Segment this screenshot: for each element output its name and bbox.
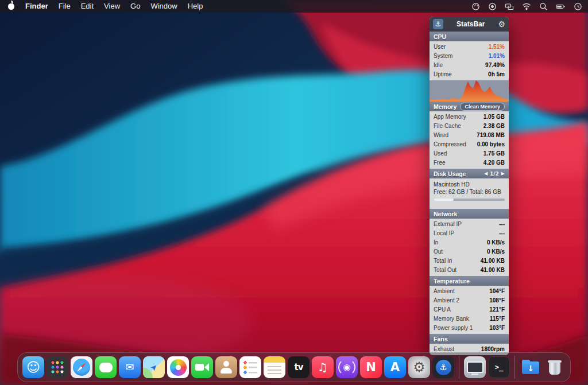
network-section-header: Network (430, 209, 509, 219)
battery-icon[interactable] (556, 2, 566, 11)
clock-menu-icon[interactable] (574, 2, 582, 11)
dock-messages-icon[interactable] (95, 356, 117, 378)
network-rows: External IP --- Local IP --- In 0 KB/s O… (430, 219, 509, 276)
dock-screen-sharing-icon[interactable] (464, 356, 486, 378)
dock-notes-icon[interactable] (264, 356, 285, 378)
wifi-icon[interactable] (522, 2, 531, 10)
dock-appstore-icon[interactable]: A (384, 356, 406, 378)
dock: ☺ ✉ ➤ tv ♫ ◉ N A ⚙ ⚓ >_ ↓ (17, 352, 571, 382)
cpu-usage-graph (430, 80, 509, 102)
stat-row: App Memory 1.05 GB (430, 112, 509, 122)
stat-row: Compressed 0.00 bytes (430, 140, 509, 149)
stats-gauge-menu-icon[interactable] (471, 2, 480, 11)
stat-value: 1.75 GB (483, 150, 505, 157)
dock-downloads-folder-icon[interactable]: ↓ (520, 356, 541, 378)
stat-row: Ambient 2 108°F (430, 296, 509, 305)
stat-value: 719.08 MB (477, 132, 505, 139)
disk-section-header: Disk Usage ◀ 1/2 ▶ (430, 169, 509, 178)
cpu-rows: User 1.51% System 1.01% Idle 97.49% Upti… (430, 41, 509, 80)
menu-view[interactable]: View (99, 0, 125, 13)
stat-value: 103°F (489, 325, 505, 332)
stat-value: 0 KB/s (487, 248, 505, 255)
stat-row: Used 1.75 GB (430, 149, 509, 158)
disk-progress-track (434, 199, 505, 201)
stat-value: 2.38 GB (483, 123, 505, 130)
desktop: Finder File Edit View Go Window Help (0, 0, 588, 385)
dock-statsbar-icon[interactable]: ⚓ (432, 356, 454, 378)
stat-row: Wired 719.08 MB (430, 131, 509, 140)
stat-label: Ambient 2 (434, 297, 459, 304)
stat-value: 0h 5m (488, 71, 505, 78)
dock-trash-icon[interactable] (544, 356, 566, 378)
stat-label: Used (434, 150, 447, 157)
stat-value: 41.00 KB (481, 267, 505, 274)
dock-podcasts-icon[interactable]: ◉ (336, 356, 358, 378)
disk-body: Macintosh HD Free: 62 GB / Total: 86 GB (430, 178, 509, 209)
dock-separator (459, 356, 459, 379)
screen-record-menu-icon[interactable] (488, 2, 497, 11)
disk-progress-fill (434, 199, 454, 201)
dock-finder-icon[interactable]: ☺ (22, 356, 44, 378)
stat-value: 115°F (490, 316, 505, 322)
dock-contacts-icon[interactable] (215, 356, 237, 378)
dock-terminal-icon[interactable]: >_ (488, 356, 510, 378)
displays-menu-icon[interactable] (505, 2, 514, 11)
dock-tv-icon[interactable]: tv (288, 356, 310, 378)
stat-row: Total In 41.00 KB (430, 256, 509, 266)
stat-label: Ambient (434, 288, 455, 295)
stat-label: Total In (434, 258, 452, 265)
dock-safari-icon[interactable] (71, 356, 92, 378)
stat-label: Power supply 1 (434, 325, 473, 332)
memory-header-label: Memory (434, 103, 457, 110)
stat-value: 1.05 GB (483, 114, 505, 120)
menu-bar-status (471, 0, 588, 13)
menu-app-finder[interactable]: Finder (20, 0, 53, 13)
menu-go[interactable]: Go (125, 0, 145, 13)
dock-reminders-icon[interactable] (239, 356, 261, 378)
dock-mail-icon[interactable]: ✉ (119, 356, 141, 378)
disk-prev-arrow[interactable]: ◀ (484, 171, 488, 176)
stat-row: File Cache 2.38 GB (430, 122, 509, 131)
dock-facetime-icon[interactable] (191, 356, 213, 378)
cpu-header-label: CPU (434, 33, 446, 40)
stat-row: Free 4.20 GB (430, 158, 509, 168)
stat-label: File Cache (434, 123, 461, 130)
stat-row: Ambient 104°F (430, 287, 509, 296)
stat-label: Uptime (434, 71, 452, 78)
menu-edit[interactable]: Edit (76, 0, 99, 13)
spotlight-search-icon[interactable] (539, 2, 548, 11)
statsbar-header: ⚓ StatsBar ⚙ (430, 17, 509, 32)
dock-news-icon[interactable]: N (360, 356, 382, 378)
stat-label: Wired (434, 132, 448, 139)
stat-label: Total Out (434, 267, 457, 274)
stat-label: User (434, 44, 446, 50)
clean-memory-button[interactable]: Clean Memory (460, 103, 505, 111)
stat-value: 104°F (489, 288, 505, 295)
gear-icon[interactable]: ⚙ (498, 20, 505, 29)
stat-label: In (434, 239, 438, 246)
stat-value: 0 KB/s (487, 239, 505, 246)
stat-row: External IP --- (430, 220, 509, 229)
disk-next-arrow[interactable]: ▶ (501, 171, 505, 176)
menu-window[interactable]: Window (145, 0, 182, 13)
stat-value: 1.51% (489, 44, 505, 50)
stat-label: External IP (434, 221, 462, 228)
stat-label: Compressed (434, 141, 466, 148)
dock-music-icon[interactable]: ♫ (312, 356, 334, 378)
stat-label: System (434, 53, 452, 60)
menu-help[interactable]: Help (183, 0, 208, 13)
stat-row: CPU A 121°F (430, 305, 509, 314)
menu-bar-left: Finder File Edit View Go Window Help (0, 0, 208, 13)
temperature-rows: Ambient 104°F Ambient 2 108°F CPU A 121°… (430, 286, 509, 334)
dock-launchpad-icon[interactable] (47, 356, 68, 378)
stat-value: 0.00 bytes (477, 141, 505, 148)
stat-row: Idle 97.49% (430, 61, 509, 70)
apple-menu[interactable] (0, 0, 20, 13)
dock-system-preferences-icon[interactable]: ⚙ (408, 356, 430, 378)
stat-value: 1.01% (489, 53, 505, 60)
dock-photos-icon[interactable] (167, 356, 189, 378)
stat-value: --- (499, 221, 505, 228)
menu-file[interactable]: File (53, 0, 76, 13)
stat-row: Uptime 0h 5m (430, 70, 509, 79)
dock-maps-icon[interactable]: ➤ (143, 356, 165, 378)
